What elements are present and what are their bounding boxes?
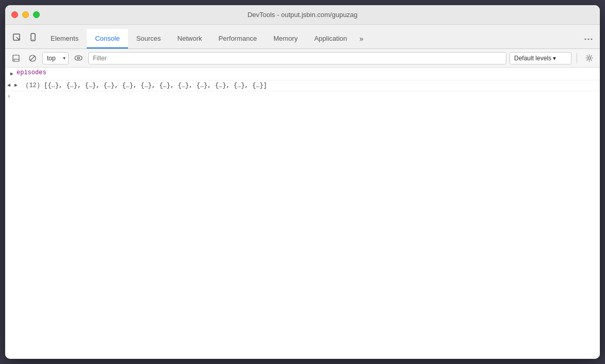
tab-memory[interactable]: Memory: [265, 29, 306, 48]
tab-performance[interactable]: Performance: [210, 29, 265, 48]
inspect-element-button[interactable]: [9, 30, 24, 44]
svg-line-1: [17, 37, 20, 40]
tab-sources[interactable]: Sources: [128, 29, 169, 48]
console-settings-button[interactable]: [582, 52, 596, 65]
console-row-array: ◀ ▶ (12) [{…}, {…}, {…}, {…}, {…}, {…}, …: [5, 80, 600, 91]
device-toolbar-button[interactable]: [26, 30, 40, 44]
console-input[interactable]: [17, 93, 598, 100]
close-button[interactable]: [11, 11, 18, 18]
svg-line-11: [30, 56, 35, 60]
tab-elements[interactable]: Elements: [42, 29, 87, 48]
expand-episodes-icon[interactable]: ▶: [7, 69, 17, 78]
tabs-container: Elements Console Sources Network Perform…: [42, 29, 581, 48]
tab-network[interactable]: Network: [169, 29, 211, 48]
svg-point-3: [33, 39, 34, 40]
prompt-icon: ›: [7, 93, 17, 100]
toolbar-divider: [577, 53, 577, 63]
console-row-episodes: ▶ episodes: [5, 68, 600, 80]
svg-point-4: [585, 39, 586, 40]
show-console-drawer-button[interactable]: [9, 52, 23, 65]
live-expressions-button[interactable]: [72, 52, 85, 65]
context-selector-wrap: top ▾: [42, 52, 69, 64]
svg-point-12: [75, 56, 82, 60]
more-options-button[interactable]: [581, 32, 596, 46]
array-count: (12): [22, 82, 44, 89]
svg-rect-7: [13, 55, 19, 61]
traffic-lights: [11, 11, 40, 18]
console-output: ▶ episodes ◀ ▶ (12) [{…}, {…}, {…}, {…},…: [5, 68, 600, 359]
toolbar-left-icons: [9, 30, 42, 48]
console-prompt-row: ›: [5, 91, 600, 102]
tab-bar-right-icons: [581, 32, 600, 48]
variable-name-episodes: episodes: [17, 69, 46, 76]
tab-bar: Elements Console Sources Network Perform…: [5, 25, 600, 49]
array-preview: [{…}, {…}, {…}, {…}, {…}, {…}, {…}, {…},…: [44, 82, 267, 89]
clear-console-button[interactable]: [26, 52, 39, 65]
console-row-episodes-content: episodes: [17, 69, 598, 76]
svg-point-5: [588, 39, 590, 40]
console-toolbar: top ▾ Default levels ▾: [5, 49, 600, 68]
devtools-window: DevTools - output.jsbin.com/gupuzag Elem…: [5, 5, 600, 359]
context-selector[interactable]: top: [42, 52, 69, 64]
title-bar: DevTools - output.jsbin.com/gupuzag: [5, 5, 600, 25]
maximize-button[interactable]: [33, 11, 40, 18]
minimize-button[interactable]: [22, 11, 29, 18]
filter-input[interactable]: [88, 52, 506, 64]
svg-point-13: [77, 57, 79, 59]
tab-console[interactable]: Console: [87, 29, 128, 48]
svg-point-14: [588, 57, 591, 59]
log-levels-selector[interactable]: Default levels ▾: [510, 52, 571, 64]
tab-application[interactable]: Application: [306, 29, 356, 48]
expand-array-icon[interactable]: ▶: [14, 82, 22, 88]
window-title: DevTools - output.jsbin.com/gupuzag: [247, 11, 357, 19]
log-levels-selector-wrap: Default levels ▾: [510, 52, 571, 64]
svg-point-6: [591, 39, 593, 40]
tab-overflow-button[interactable]: »: [355, 29, 368, 48]
nav-back-icon[interactable]: ◀: [7, 82, 14, 88]
console-row-array-content: (12) [{…}, {…}, {…}, {…}, {…}, {…}, {…},…: [22, 82, 598, 89]
